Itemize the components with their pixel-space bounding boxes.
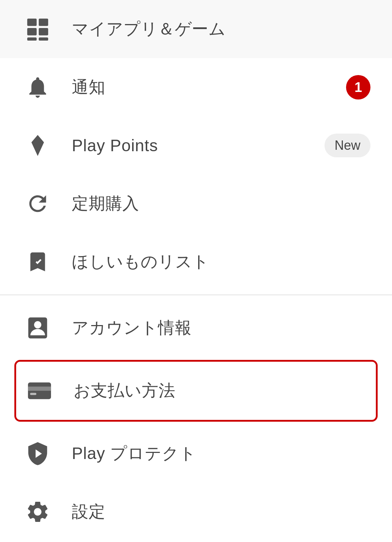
gear-icon	[22, 496, 54, 528]
bell-icon	[22, 71, 54, 103]
menu-label-play-points: Play Points	[72, 136, 325, 155]
menu-label-play-protect: Play プロテクト	[72, 443, 370, 465]
refresh-icon	[22, 187, 54, 220]
svg-rect-3	[39, 28, 48, 35]
menu-divider	[0, 295, 392, 295]
svg-rect-1	[39, 19, 48, 26]
menu-item-account[interactable]: アカウント情報	[0, 299, 392, 357]
menu-item-notifications[interactable]: 通知 1	[0, 58, 392, 116]
menu-label-subscriptions: 定期購入	[72, 193, 370, 215]
notification-badge: 1	[346, 75, 370, 99]
menu-label-settings: 設定	[72, 501, 370, 523]
menu-item-payment[interactable]: お支払い方法	[14, 360, 378, 422]
bookmark-check-icon	[22, 246, 54, 278]
svg-rect-9	[28, 386, 51, 391]
menu-item-subscriptions[interactable]: 定期購入	[0, 175, 392, 233]
menu-label-account: アカウント情報	[72, 317, 370, 339]
menu-item-settings[interactable]: 設定	[0, 483, 392, 541]
svg-rect-0	[27, 19, 37, 26]
svg-rect-4	[27, 37, 37, 41]
diamond-icon	[22, 129, 54, 162]
svg-point-7	[34, 321, 41, 328]
menu-item-play-protect[interactable]: Play プロテクト	[0, 425, 392, 483]
person-icon	[22, 312, 54, 344]
menu-item-play-points[interactable]: Play Points New	[0, 116, 392, 175]
menu-container: マイアプリ＆ゲーム 通知 1 Play Points New 定期購入	[0, 0, 392, 541]
menu-item-my-apps[interactable]: マイアプリ＆ゲーム	[0, 0, 392, 58]
menu-item-wishlist[interactable]: ほしいものリスト	[0, 233, 392, 291]
menu-label-my-apps: マイアプリ＆ゲーム	[72, 18, 370, 40]
svg-rect-5	[39, 37, 48, 41]
svg-rect-10	[30, 393, 37, 395]
menu-label-wishlist: ほしいものリスト	[72, 251, 370, 273]
menu-label-notifications: 通知	[72, 76, 346, 98]
svg-rect-2	[27, 28, 37, 35]
menu-label-payment: お支払い方法	[74, 380, 369, 402]
credit-card-icon	[23, 375, 56, 407]
shield-play-icon	[22, 437, 54, 470]
new-badge: New	[325, 134, 370, 157]
grid-icon	[22, 13, 54, 45]
